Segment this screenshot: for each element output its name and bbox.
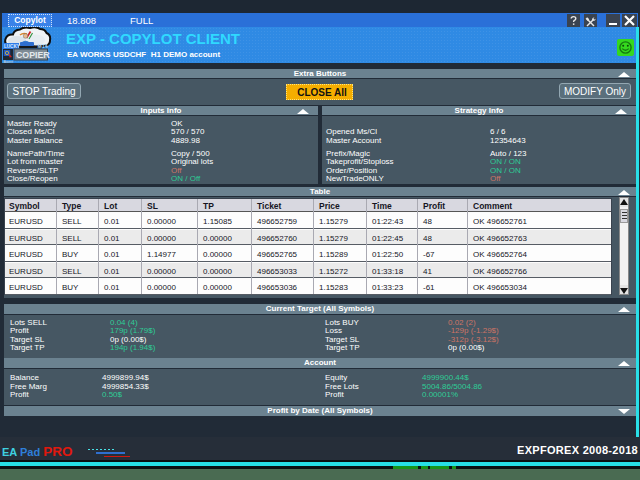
svg-text:COPIER: COPIER <box>16 50 50 60</box>
svg-text:Agent: Agent <box>4 60 13 64</box>
svg-text:MT4: MT4 <box>38 43 48 49</box>
svg-text:LUCKY: LUCKY <box>4 44 20 49</box>
